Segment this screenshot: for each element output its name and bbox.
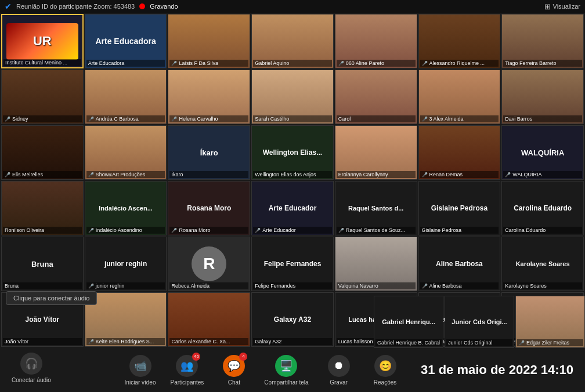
display-name: Aline Barbosa: [434, 257, 485, 270]
video-cell-felipe: Felipe Fernandes Felipe Fernandes: [251, 237, 334, 291]
record-button[interactable]: ⏺ Gravar: [323, 355, 355, 386]
cell-label: Ronilson Oliveira: [3, 227, 82, 234]
name-text: Carlos Alexandre C. Xa...: [171, 339, 230, 344]
cell-label: 🎤 Andréa C Barbosa: [86, 115, 165, 122]
display-name: Carolina Eduardo: [511, 202, 574, 215]
cell-label: 🎤 Indalécio Ascendino: [86, 227, 165, 234]
mic-icon: 🎤: [422, 61, 428, 66]
video-cell-aline-barbosa: Aline Barbosa 🎤 Aline Barbosa: [418, 237, 501, 291]
video-cell-raquel: Raquel Santos d... 🎤 Raquel Santos de So…: [335, 181, 417, 235]
display-name: Bruna: [29, 257, 56, 271]
connect-audio-button[interactable]: Clique para conectar áudio: [6, 291, 97, 305]
video-cell-karolayne: Karolayne Soares Karolayne Soares: [501, 237, 584, 291]
name-text: WALQUÍRIA: [512, 172, 541, 177]
video-cell-alessandro: 🎤 Alessandro Riquelme ...: [418, 14, 501, 68]
video-button[interactable]: 📹 Iniciar vídeo: [124, 355, 157, 386]
chat-button[interactable]: 💬 4 Chat: [218, 355, 250, 386]
name-text: Gabriel Henrique B. Cabral: [377, 340, 440, 346]
display-name: Rosana Moro: [185, 202, 233, 215]
zoom-logo-icon: ✔: [5, 2, 12, 11]
name-text: Gabriel Aquino: [255, 60, 289, 66]
cell-label: Galaxy A32: [253, 338, 332, 345]
avatar: R: [192, 246, 226, 281]
video-cell-valquiria-nav: Valquiria Navarro: [335, 237, 417, 291]
name-text: Andréa C Barbosa: [96, 116, 139, 122]
name-text: Arte Educadora: [88, 60, 125, 66]
display-name: Arte Educador: [266, 202, 319, 215]
video-cell-helena: 🎤 Helena Carvalho: [168, 70, 250, 124]
participants-button[interactable]: 👥 46 Participantes: [171, 355, 204, 386]
mic-icon: 🎤: [88, 117, 94, 122]
cell-label: Felipe Fernandes: [253, 282, 332, 289]
video-cell-gislaine: Gislaine Pedrosa Gislaine Pedrosa: [418, 181, 501, 235]
share-screen-button[interactable]: 🖥️ Compartilhar tela: [264, 355, 308, 386]
name-text: Carol: [338, 116, 351, 122]
video-cell-arte-educador2: Arte Educador 🎤 Arte Educador: [251, 181, 334, 235]
participants-label: Participantes: [171, 379, 204, 386]
record-label: Gravar: [330, 379, 348, 386]
mic-icon: 🎤: [171, 117, 177, 122]
cell-label: Wellington Elias dos Anjos: [253, 171, 332, 178]
mic-icon: 🎤: [255, 228, 261, 233]
name-text: Gislaine Pedrosa: [422, 227, 462, 233]
name-text: Sarah Castilho: [255, 116, 289, 122]
video-cell-carlos: Carlos Alexandre C. Xa...: [168, 292, 250, 347]
cell-label: Erolannya Carollynny: [337, 171, 416, 178]
name-text: João Vítor: [5, 339, 28, 344]
name-text: Bruna: [5, 283, 19, 289]
visualize-button[interactable]: ⊞ Visualizar: [544, 2, 581, 11]
name-text: Alessandro Riquelme ...: [429, 60, 485, 66]
name-text: Erolannya Carollynny: [338, 172, 388, 177]
video-cell-instituto: UR Instituto Cultural Menino ...: [1, 14, 84, 68]
visualize-label: Visualizar: [553, 3, 581, 10]
cell-label: Carlos Alexandre C. Xa...: [169, 338, 248, 345]
video-cell-walquiria: WALQUÍRIA 🎤 WALQUÍRIA: [501, 125, 584, 180]
video-cell-edgar: 🎤 Edgar Ziler Freitas: [515, 296, 585, 348]
video-cell-ikaro: Íkaro Íkaro: [168, 125, 250, 180]
name-text: Ronilson Oliveira: [5, 227, 44, 233]
cell-label: Karolayne Soares: [503, 282, 582, 289]
name-text: Karolayne Soares: [505, 283, 547, 289]
participants-badge: 46: [192, 353, 200, 361]
cell-label: 🎤 Sidney: [3, 115, 82, 122]
audio-button[interactable]: 🎧 Conectar áudio: [12, 353, 51, 383]
name-text: Carolina Eduardo: [505, 227, 546, 233]
cell-label: Junior Cds Original: [446, 339, 512, 346]
mic-icon: 🎤: [338, 228, 344, 233]
cell-label: 🎤 Laísis F Da Silva: [169, 60, 248, 67]
video-cell-sidney: 🎤 Sidney: [1, 70, 84, 124]
cell-label: Sarah Castilho: [253, 115, 332, 122]
name-text: 3 Alex Almeida: [429, 116, 464, 122]
grid-icon: ⊞: [544, 2, 551, 11]
reactions-button[interactable]: 😊 Reações: [369, 355, 402, 386]
cell-label: 🎤 Rosana Moro: [169, 227, 248, 234]
video-cell-carol: Carol: [335, 70, 417, 124]
name-text: Wellington Elias dos Anjos: [255, 172, 316, 177]
cell-label: 🎤 Renan Demas: [420, 171, 499, 178]
mic-icon: 🎤: [88, 284, 94, 289]
video-cell-davi: Davi Barros: [501, 70, 584, 124]
display-name: Galaxy A32: [272, 313, 313, 326]
cell-label: Davi Barros: [503, 115, 582, 122]
connect-audio-area: Clique para conectar áudio: [6, 291, 97, 305]
display-name: junior reghin: [102, 257, 149, 270]
video-cell-bruna: Bruna Bruna: [1, 237, 84, 291]
mic-icon: 🎤: [5, 117, 10, 122]
name-text: Show&Art Produções: [96, 172, 146, 177]
name-text: Edgar Ziler Freitas: [526, 340, 569, 346]
cell-label: Rebeca Almeida: [169, 282, 248, 289]
bottom-left: 🎧 Conectar áudio: [12, 353, 104, 388]
name-text: Valquiria Navarro: [338, 283, 378, 289]
cell-label: 🎤 Alessandro Riquelme ...: [420, 60, 499, 67]
mic-icon: 🎤: [422, 172, 428, 177]
participants-icon: 👥 46: [176, 355, 198, 377]
video-cell-junior-reghin: junior reghin 🎤 junior reghin: [85, 237, 167, 291]
video-cell-renan: 🎤 Renan Demas: [418, 125, 501, 180]
display-name: Gabriel Henriqu...: [380, 316, 438, 328]
mic-icon: 🎤: [88, 228, 94, 233]
video-cell-showart: 🎤 Show&Art Produções: [85, 125, 167, 180]
mic-icon: 🎤: [519, 340, 525, 346]
name-text: Instituto Cultural Menino ...: [5, 60, 67, 66]
share-label: Compartilhar tela: [264, 379, 308, 386]
video-cell-laisis: 🎤 Laísis F Da Silva: [168, 14, 250, 68]
